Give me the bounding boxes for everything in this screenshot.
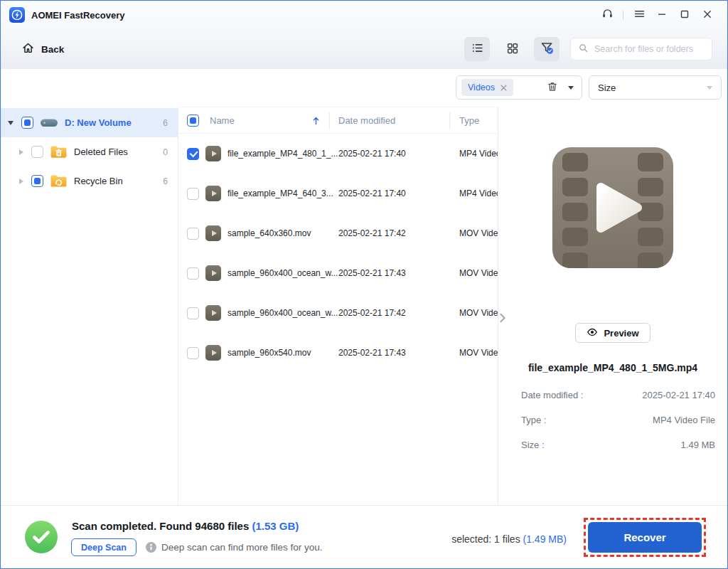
table-row[interactable]: sample_960x540.mov 2025-02-21 17:43 MOV … xyxy=(178,333,498,373)
sidebar-item-deleted-files[interactable]: Deleted Files 0 xyxy=(1,137,178,166)
video-file-icon xyxy=(205,225,221,241)
filter-row: Videos Size xyxy=(1,69,727,107)
selected-count: selected: 1 files xyxy=(451,533,520,545)
back-label: Back xyxy=(41,44,64,55)
tree-checkbox[interactable] xyxy=(21,117,33,129)
header: AOMEI FastRecovery xyxy=(1,1,727,69)
clear-filters-button[interactable] xyxy=(546,80,559,95)
list-view-button[interactable] xyxy=(464,37,490,61)
titlebar-controls xyxy=(596,6,719,24)
play-icon xyxy=(212,151,217,156)
sidebar-item-d-new-volume[interactable]: D: New Volume 6 xyxy=(1,108,178,137)
menu-button[interactable] xyxy=(628,6,651,24)
file-name: sample_960x540.mov xyxy=(228,348,345,358)
table-row[interactable]: file_example_MP4_480_1_... 2025-02-21 17… xyxy=(178,134,498,174)
close-icon xyxy=(702,9,713,22)
file-date: 2025-02-21 17:43 xyxy=(338,268,406,278)
tree-item-count: 6 xyxy=(163,176,168,186)
row-checkbox[interactable] xyxy=(187,228,199,240)
table-row[interactable]: sample_960x400_ocean_w... 2025-02-21 17:… xyxy=(178,253,498,293)
file-date: 2025-02-21 17:42 xyxy=(338,228,406,238)
tree-item-label: D: New Volume xyxy=(65,117,132,128)
file-type: MOV Video File xyxy=(459,348,498,358)
row-checkbox[interactable] xyxy=(187,267,199,280)
row-checkbox[interactable] xyxy=(187,347,199,359)
scan-size: (1.53 GB) xyxy=(252,520,299,532)
detail-row-date: Date modified : 2025-02-21 17:40 xyxy=(521,383,715,408)
column-divider xyxy=(449,112,450,129)
video-preview-icon xyxy=(552,147,673,271)
column-header-name[interactable]: Name xyxy=(210,115,235,126)
file-date: 2025-02-21 17:40 xyxy=(338,149,406,159)
column-header-date[interactable]: Date modified xyxy=(338,115,395,126)
preview-filename: file_example_MP4_480_1_5MG.mp4 xyxy=(528,362,697,373)
filter-tag-videos[interactable]: Videos xyxy=(461,79,513,96)
search-input[interactable] xyxy=(594,44,705,54)
expand-arrow-icon[interactable] xyxy=(8,121,14,125)
detail-row-size: Size : 1.49 MB xyxy=(521,432,715,457)
deleted-folder-icon xyxy=(50,144,68,159)
file-name: sample_960x400_ocean_w... xyxy=(228,308,345,318)
table-row[interactable]: sample_960x400_ocean_w... 2025-02-21 17:… xyxy=(178,293,498,333)
play-icon xyxy=(212,230,217,236)
file-type: MOV Video File xyxy=(459,268,498,278)
grid-view-button[interactable] xyxy=(500,37,525,61)
titlebar-divider xyxy=(623,11,623,20)
back-button[interactable]: Back xyxy=(21,41,64,58)
file-type: MOV Video File xyxy=(459,228,498,238)
filter-button[interactable] xyxy=(534,37,560,61)
search-box xyxy=(570,38,712,60)
sidebar-item-recycle-bin[interactable]: Recycle Bin 6 xyxy=(1,166,178,196)
recover-button[interactable]: Recover xyxy=(588,522,702,553)
statusbar: Scan completed. Found 94680 files (1.53 … xyxy=(1,505,727,568)
tree-checkbox[interactable] xyxy=(31,175,43,187)
select-all-checkbox[interactable] xyxy=(187,115,199,127)
row-checkbox[interactable] xyxy=(187,188,199,200)
tree-checkbox[interactable] xyxy=(31,146,43,158)
remove-tag-icon[interactable] xyxy=(500,85,507,91)
collapse-arrow-icon[interactable] xyxy=(19,149,23,155)
file-type: MOV Video File xyxy=(459,308,498,318)
column-header-type[interactable]: Type xyxy=(459,115,479,126)
file-details: Date modified : 2025-02-21 17:40 Type : … xyxy=(498,383,727,457)
size-caret-down-icon xyxy=(707,86,712,90)
list-view-icon xyxy=(471,41,484,57)
file-type: MP4 Video File xyxy=(459,188,498,198)
content: D: New Volume 6 Deleted Files 0 Recycle … xyxy=(1,107,727,505)
row-checkbox[interactable] xyxy=(187,307,199,319)
support-button[interactable] xyxy=(596,6,619,24)
size-filter-dropdown[interactable]: Size xyxy=(589,75,722,100)
table-row[interactable]: sample_640x360.mov 2025-02-21 17:42 MOV … xyxy=(178,213,498,253)
selection-summary: selected: 1 files (1.49 MB) xyxy=(451,533,567,545)
detail-value: 1.49 MB xyxy=(681,440,715,450)
collapse-arrow-icon[interactable] xyxy=(19,179,23,184)
play-icon xyxy=(212,310,217,316)
preview-button[interactable]: Preview xyxy=(575,323,650,343)
headset-icon xyxy=(601,8,614,22)
search-icon xyxy=(578,43,589,56)
preview-eye-icon xyxy=(587,326,598,340)
deep-scan-hint: Deep scan can find more files for you. xyxy=(161,542,323,553)
deep-scan-button[interactable]: Deep Scan xyxy=(71,538,136,556)
minimize-button[interactable] xyxy=(651,6,673,24)
close-button[interactable] xyxy=(696,6,719,24)
size-filter-label: Size xyxy=(598,83,616,93)
file-date: 2025-02-21 17:40 xyxy=(338,188,406,198)
detail-value: 2025-02-21 17:40 xyxy=(642,390,715,400)
sort-asc-icon[interactable] xyxy=(312,116,320,127)
table-row[interactable]: file_example_MP4_640_3... 2025-02-21 17:… xyxy=(178,174,498,213)
detail-label: Date modified : xyxy=(521,390,583,400)
file-table: Name Date modified Type file_example_MP4… xyxy=(178,107,498,505)
play-icon xyxy=(212,191,217,196)
file-type-filter[interactable]: Videos xyxy=(456,75,582,100)
video-file-icon xyxy=(205,186,221,201)
file-type: MP4 Video File xyxy=(459,149,498,159)
preview-panel: Preview file_example_MP4_480_1_5MG.mp4 D… xyxy=(498,107,727,505)
file-name: file_example_MP4_480_1_... xyxy=(228,149,345,159)
row-checkbox[interactable] xyxy=(187,148,199,160)
app-title: AOMEI FastRecovery xyxy=(31,10,125,21)
column-divider xyxy=(329,112,330,129)
maximize-button[interactable] xyxy=(673,6,696,24)
filter-caret-down-icon[interactable] xyxy=(568,86,574,90)
detail-label: Type : xyxy=(521,415,546,425)
